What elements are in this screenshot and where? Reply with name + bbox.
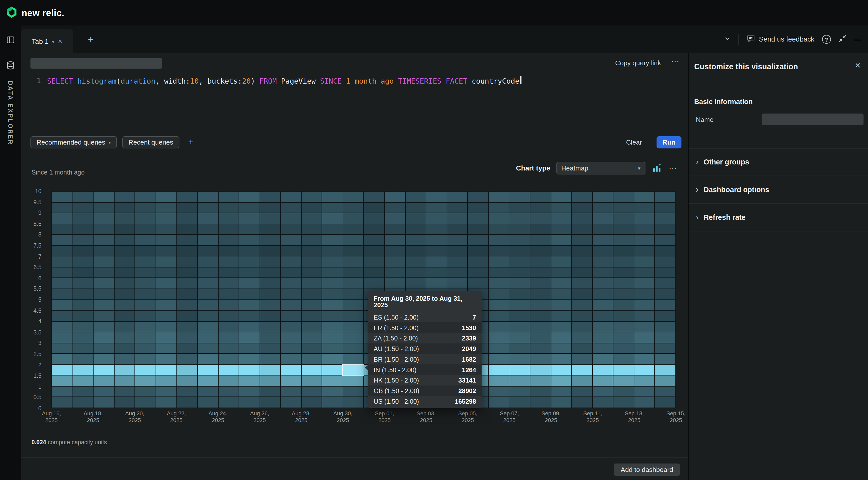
heatmap-cell[interactable] [156, 235, 176, 245]
heatmap-cell[interactable] [634, 192, 654, 202]
heatmap-cell[interactable] [427, 235, 446, 245]
heatmap-cell[interactable] [634, 257, 654, 267]
heatmap-cell[interactable] [489, 365, 509, 375]
chart-edit-icon[interactable] [651, 162, 662, 174]
heatmap-cell[interactable] [406, 235, 426, 245]
heatmap-cell[interactable] [614, 203, 633, 213]
tab-1[interactable]: Tab 1 ▾ ✕ [21, 29, 73, 53]
heatmap-cell[interactable] [593, 246, 613, 256]
heatmap-cell[interactable] [177, 203, 197, 213]
heatmap-cell[interactable] [406, 192, 426, 202]
heatmap-cell[interactable] [177, 300, 197, 310]
heatmap-cell[interactable] [634, 365, 654, 375]
heatmap-cell[interactable] [135, 246, 155, 256]
heatmap-cell[interactable] [73, 322, 93, 332]
heatmap-cell[interactable] [135, 332, 155, 343]
heatmap-cell[interactable] [115, 246, 135, 256]
section-other-groups[interactable]: › Other groups [689, 148, 868, 176]
heatmap-cell[interactable] [52, 365, 72, 375]
heatmap-cell[interactable] [302, 332, 322, 343]
heatmap-cell[interactable] [551, 387, 571, 397]
panel-close-icon[interactable]: ✕ [855, 61, 861, 70]
run-button[interactable]: Run [656, 136, 681, 148]
send-feedback-button[interactable]: Send us feedback [747, 34, 814, 44]
heatmap-cell[interactable] [197, 343, 218, 354]
heatmap-cell[interactable] [655, 224, 675, 235]
heatmap-cell[interactable] [509, 257, 530, 267]
heatmap-cell[interactable] [614, 192, 633, 202]
heatmap-cell[interactable] [427, 246, 446, 256]
heatmap-cell[interactable] [302, 300, 322, 310]
heatmap-cell[interactable] [385, 267, 405, 278]
heatmap-cell[interactable] [177, 224, 197, 235]
heatmap-cell[interactable] [302, 387, 322, 397]
heatmap-cell[interactable] [218, 278, 239, 289]
heatmap-cell[interactable] [343, 300, 363, 310]
heatmap-cell[interactable] [572, 354, 592, 364]
heatmap-cell[interactable] [322, 257, 343, 267]
heatmap-cell[interactable] [551, 397, 571, 408]
heatmap-cell[interactable] [530, 332, 551, 343]
heatmap-cell[interactable] [655, 387, 675, 397]
heatmap-cell[interactable] [115, 213, 135, 223]
heatmap-cell[interactable] [593, 192, 613, 202]
side-panel-icon[interactable] [6, 35, 15, 44]
heatmap-cell[interactable] [197, 224, 218, 235]
recent-queries-button[interactable]: Recent queries [122, 136, 179, 148]
heatmap-cell[interactable] [156, 192, 176, 202]
heatmap-cell[interactable] [197, 322, 218, 332]
heatmap-cell[interactable] [343, 311, 363, 321]
heatmap-cell[interactable] [260, 267, 280, 278]
heatmap-cell[interactable] [260, 235, 280, 245]
heatmap-cell[interactable] [135, 311, 155, 321]
heatmap-cell[interactable] [322, 376, 343, 386]
heatmap-cell[interactable] [218, 257, 239, 267]
add-query-button[interactable]: + [188, 137, 194, 148]
heatmap-cell[interactable] [530, 278, 551, 289]
heatmap-cell[interactable] [468, 213, 488, 223]
heatmap-cell[interactable] [73, 246, 93, 256]
heatmap-cell[interactable] [73, 267, 93, 278]
heatmap-cell[interactable] [343, 332, 363, 343]
heatmap-cell[interactable] [177, 192, 197, 202]
heatmap-cell[interactable] [177, 397, 197, 408]
heatmap-cell[interactable] [135, 397, 155, 408]
heatmap-cell[interactable] [551, 322, 571, 332]
heatmap-cell[interactable] [489, 257, 509, 267]
heatmap-cell[interactable] [73, 278, 93, 289]
heatmap-cell[interactable] [115, 203, 135, 213]
heatmap-cell[interactable] [302, 376, 322, 386]
heatmap-cell[interactable] [489, 343, 509, 354]
heatmap-cell[interactable] [468, 278, 488, 289]
heatmap-cell[interactable] [281, 192, 301, 202]
heatmap-cell[interactable] [322, 300, 343, 310]
heatmap-cell[interactable] [218, 311, 239, 321]
heatmap-cell[interactable] [239, 267, 259, 278]
heatmap-cell[interactable] [135, 224, 155, 235]
heatmap-cell[interactable] [551, 311, 571, 321]
heatmap-cell[interactable] [509, 365, 530, 375]
heatmap-cell[interactable] [156, 289, 176, 299]
heatmap-cell[interactable] [634, 246, 654, 256]
heatmap-cell[interactable] [634, 387, 654, 397]
heatmap-cell[interactable] [655, 376, 675, 386]
heatmap-cell[interactable] [52, 300, 72, 310]
heatmap-cell[interactable] [115, 311, 135, 321]
heatmap-cell[interactable] [218, 365, 239, 375]
heatmap-cell[interactable] [156, 387, 176, 397]
heatmap-cell[interactable] [73, 224, 93, 235]
heatmap-cell[interactable] [447, 246, 467, 256]
heatmap-cell[interactable] [52, 376, 72, 386]
heatmap-cell[interactable] [94, 192, 114, 202]
heatmap-cell[interactable] [197, 235, 218, 245]
heatmap-cell[interactable] [73, 387, 93, 397]
heatmap-cell[interactable] [156, 246, 176, 256]
heatmap-cell[interactable] [115, 322, 135, 332]
heatmap-cell[interactable] [281, 365, 301, 375]
heatmap-cell[interactable] [302, 365, 322, 375]
heatmap-cell[interactable] [177, 322, 197, 332]
heatmap-cell[interactable] [509, 235, 530, 245]
heatmap-cell[interactable] [447, 257, 467, 267]
heatmap-cell[interactable] [364, 267, 384, 278]
heatmap-cell[interactable] [302, 235, 322, 245]
